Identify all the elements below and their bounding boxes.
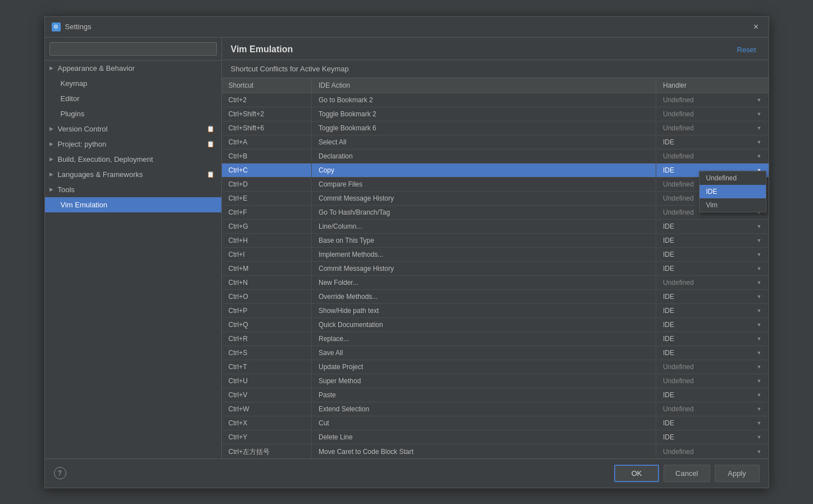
sidebar-item-version-control[interactable]: ▶Version Control📋 <box>45 121 221 137</box>
table-row[interactable]: Ctrl+ECommit Message HistoryUndefined▼ <box>222 191 769 205</box>
handler-dropdown-trigger[interactable]: Undefined▼ <box>663 377 762 385</box>
table-row[interactable]: Ctrl+TUpdate ProjectUndefined▼ <box>222 360 769 374</box>
sidebar-item-build[interactable]: ▶Build, Execution, Deployment <box>45 152 221 167</box>
handler-dropdown-trigger[interactable]: Undefined▼ <box>663 405 762 413</box>
cell-handler[interactable]: Undefined▼ <box>656 374 769 388</box>
handler-dropdown-trigger[interactable]: Undefined▼ <box>663 124 762 132</box>
dropdown-option-ide[interactable]: IDE <box>700 185 766 198</box>
cell-shortcut: Ctrl+S <box>222 346 312 360</box>
apply-button[interactable]: Apply <box>715 465 760 482</box>
table-row[interactable]: Ctrl+Shift+2Toggle Bookmark 2Undefined▼ <box>222 107 769 121</box>
cell-handler[interactable]: Undefined▼ <box>656 121 769 135</box>
cell-handler[interactable]: Undefined▼ <box>656 149 769 163</box>
cell-handler[interactable]: IDE▼ <box>656 317 769 332</box>
handler-dropdown-trigger[interactable]: Undefined▼ <box>663 279 762 287</box>
handler-dropdown-trigger[interactable]: IDE▼ <box>663 293 762 301</box>
cell-handler[interactable]: IDE▼ <box>656 332 769 346</box>
reset-button[interactable]: Reset <box>734 44 760 55</box>
cell-shortcut: Ctrl+E <box>222 191 312 205</box>
handler-dropdown-trigger[interactable]: IDE▼ <box>663 307 762 315</box>
dropdown-option-undefined[interactable]: Undefined <box>700 171 766 185</box>
table-row[interactable]: Ctrl+Shift+6Toggle Bookmark 6Undefined▼ <box>222 121 769 135</box>
sidebar-item-project-python[interactable]: ▶Project: python📋 <box>45 137 221 152</box>
table-row[interactable]: Ctrl+PShow/Hide path textIDE▼ <box>222 303 769 317</box>
table-row[interactable]: Ctrl+USuper MethodUndefined▼ <box>222 374 769 388</box>
cell-handler[interactable]: IDE▼ <box>656 346 769 360</box>
sidebar-item-keymap[interactable]: Keymap <box>45 76 221 91</box>
handler-dropdown-trigger[interactable]: IDE▼ <box>663 138 762 146</box>
cell-handler[interactable]: IDE▼ <box>656 289 769 303</box>
close-button[interactable]: × <box>751 21 762 33</box>
handler-dropdown-trigger[interactable]: IDE▼ <box>663 419 762 427</box>
sidebar-item-editor[interactable]: Editor <box>45 91 221 106</box>
handler-dropdown-trigger[interactable]: IDE▼ <box>663 237 762 244</box>
table-row[interactable]: Ctrl+BDeclarationUndefined▼ <box>222 149 769 163</box>
table-row[interactable]: Ctrl+SSave AllIDE▼ <box>222 346 769 360</box>
handler-dropdown-trigger[interactable]: Undefined▼ <box>663 96 762 104</box>
handler-text: Undefined <box>663 363 755 371</box>
table-row[interactable]: Ctrl+FGo To Hash/Branch/TagUndefined▼ <box>222 205 769 219</box>
cell-action: Implement Methods... <box>312 247 656 261</box>
cancel-button[interactable]: Cancel <box>664 465 710 482</box>
search-input[interactable] <box>49 42 217 56</box>
cell-handler[interactable]: IDE▼ <box>656 430 769 444</box>
sidebar-item-plugins[interactable]: Plugins <box>45 106 221 121</box>
table-row[interactable]: Ctrl+VPasteIDE▼ <box>222 388 769 402</box>
table-row[interactable]: Ctrl+YDelete LineIDE▼ <box>222 430 769 444</box>
cell-handler[interactable]: Undefined▼ <box>656 93 769 107</box>
sidebar-item-appearance[interactable]: ▶Appearance & Behavior <box>45 61 221 76</box>
cell-handler[interactable]: IDE▼ <box>656 247 769 261</box>
table-row[interactable]: Ctrl+RReplace...IDE▼ <box>222 332 769 346</box>
table-row[interactable]: Ctrl+MCommit Message HistoryIDE▼ <box>222 261 769 275</box>
handler-dropdown-trigger[interactable]: IDE▼ <box>663 335 762 343</box>
table-row[interactable]: Ctrl+2Go to Bookmark 2Undefined▼ <box>222 93 769 107</box>
dropdown-arrow-icon: ▼ <box>757 350 762 356</box>
handler-dropdown-trigger[interactable]: Undefined▼ <box>663 152 762 160</box>
cell-handler[interactable]: IDE▼ <box>656 261 769 275</box>
table-row[interactable]: Ctrl+CCopyIDE▼ <box>222 163 769 177</box>
dropdown-option-vim[interactable]: Vim <box>700 198 766 212</box>
cell-handler[interactable]: Undefined▼ <box>656 444 769 458</box>
handler-dropdown-trigger[interactable]: IDE▼ <box>663 433 762 441</box>
table-row[interactable]: Ctrl+DCompare FilesUndefined▼ <box>222 177 769 191</box>
sidebar-item-vim-emulation[interactable]: Vim Emulation <box>45 197 221 212</box>
handler-dropdown-trigger[interactable]: Undefined▼ <box>663 448 762 456</box>
ok-button[interactable]: OK <box>614 465 659 482</box>
sidebar-badge-project-python: 📋 <box>207 140 215 148</box>
table-row[interactable]: Ctrl+OOverride Methods...IDE▼ <box>222 289 769 303</box>
dropdown-arrow-icon: ▼ <box>757 125 762 131</box>
cell-handler[interactable]: Undefined▼ <box>656 402 769 416</box>
cell-action: Go To Hash/Branch/Tag <box>312 205 656 219</box>
cell-handler[interactable]: IDE▼ <box>656 233 769 247</box>
cell-handler[interactable]: Undefined▼ <box>656 360 769 374</box>
cell-handler[interactable]: Undefined▼ <box>656 107 769 121</box>
cell-handler[interactable]: IDE▼ <box>656 135 769 149</box>
table-row[interactable]: Ctrl+NNew Folder...Undefined▼ <box>222 275 769 289</box>
cell-handler[interactable]: IDE▼ <box>656 219 769 233</box>
cell-handler[interactable]: IDE▼ <box>656 416 769 430</box>
help-button[interactable]: ? <box>54 467 66 479</box>
table-row[interactable]: Ctrl+XCutIDE▼ <box>222 416 769 430</box>
handler-dropdown-trigger[interactable]: Undefined▼ <box>663 110 762 118</box>
cell-handler[interactable]: IDE▼ <box>656 388 769 402</box>
cell-handler[interactable]: IDE▼ <box>656 303 769 317</box>
sidebar-item-languages[interactable]: ▶Languages & Frameworks📋 <box>45 167 221 182</box>
handler-dropdown-trigger[interactable]: IDE▼ <box>663 391 762 399</box>
table-row[interactable]: Ctrl+HBase on This TypeIDE▼ <box>222 233 769 247</box>
dialog-footer: ? OK Cancel Apply <box>45 458 769 488</box>
cell-action: Paste <box>312 388 656 402</box>
table-row[interactable]: Ctrl+IImplement Methods...IDE▼ <box>222 247 769 261</box>
handler-dropdown-trigger[interactable]: IDE▼ <box>663 265 762 273</box>
handler-dropdown-trigger[interactable]: IDE▼ <box>663 321 762 329</box>
handler-dropdown-trigger[interactable]: Undefined▼ <box>663 363 762 371</box>
handler-dropdown-trigger[interactable]: IDE▼ <box>663 251 762 258</box>
sidebar-item-tools[interactable]: ▶Tools <box>45 182 221 197</box>
table-row[interactable]: Ctrl+ASelect AllIDE▼ <box>222 135 769 149</box>
table-row[interactable]: Ctrl+左方括号Move Caret to Code Block StartU… <box>222 444 769 458</box>
table-row[interactable]: Ctrl+WExtend SelectionUndefined▼ <box>222 402 769 416</box>
handler-dropdown-trigger[interactable]: IDE▼ <box>663 223 762 230</box>
cell-handler[interactable]: Undefined▼ <box>656 275 769 289</box>
table-row[interactable]: Ctrl+QQuick DocumentationIDE▼ <box>222 317 769 332</box>
handler-dropdown-trigger[interactable]: IDE▼ <box>663 349 762 357</box>
table-row[interactable]: Ctrl+GLine/Column...IDE▼ <box>222 219 769 233</box>
